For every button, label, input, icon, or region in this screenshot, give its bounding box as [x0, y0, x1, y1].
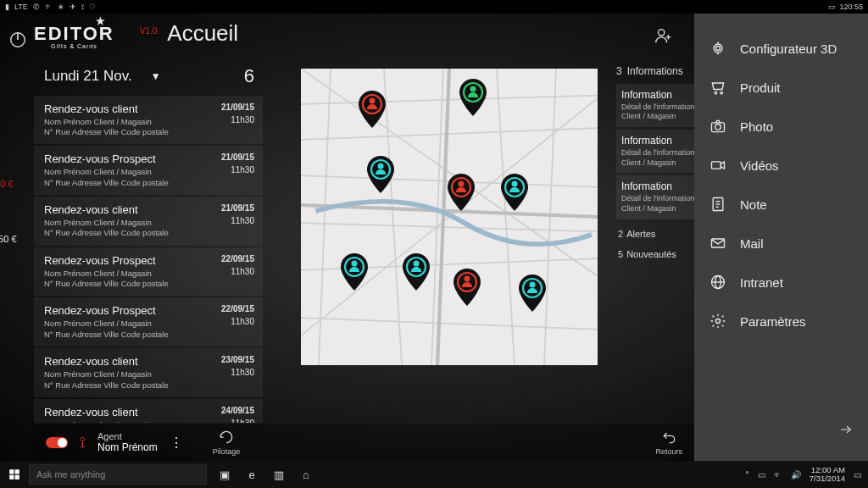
appt-date: 22/09/15: [221, 254, 254, 263]
svg-point-39: [714, 44, 722, 53]
drawer-label: Configurateur 3D: [740, 42, 837, 56]
appointment-item[interactable]: Rendez-vous ProspectNom Prénom Client / …: [34, 297, 263, 347]
note-icon: [709, 196, 726, 213]
appt-title: Rendez-vous client: [44, 203, 221, 216]
map-pin[interactable]: [358, 91, 387, 128]
svg-point-2: [659, 30, 665, 36]
tray-wifi-icon[interactable]: ᯤ: [774, 470, 782, 480]
taskview-icon[interactable]: ▣: [212, 461, 237, 488]
price-red: 000 €: [0, 179, 14, 189]
map-streets: [301, 69, 598, 365]
notifications-icon[interactable]: ▭: [854, 470, 861, 480]
svg-rect-57: [9, 475, 14, 480]
svg-point-28: [458, 180, 464, 186]
appointment-item[interactable]: Rendez-vous clientNom Prénom Client / Ma…: [34, 348, 263, 397]
tray-up-icon[interactable]: ˄: [745, 470, 749, 480]
explorer-icon[interactable]: ▥: [266, 461, 292, 488]
map-pin[interactable]: [340, 253, 369, 291]
appointment-item[interactable]: Rendez-vous clientNom Prénom Client / Ma…: [34, 96, 263, 145]
taskbar-clock[interactable]: 12:00 AM 7/31/2014: [810, 466, 845, 484]
info-column: 3Informations InformationDétail de l'inf…: [613, 58, 694, 423]
appt-address: N° Rue Adresse Ville Code postale: [44, 178, 221, 188]
map-pin[interactable]: [447, 174, 476, 211]
brand-logo[interactable]: ★EDITOR Gifts & Cards: [34, 23, 114, 49]
windows-taskbar: Ask me anything ▣ e ▥ ⌂ ˄ ▭ ᯤ 🔊 12:00 AM…: [0, 461, 868, 488]
info-header: 3Informations: [616, 65, 694, 77]
svg-point-40: [716, 47, 721, 51]
map-pin[interactable]: [500, 174, 529, 211]
appt-address: N° Rue Adresse Ville Code postale: [44, 380, 221, 391]
appointment-item[interactable]: Rendez-vous clientNom Prénom Client / Ma…: [34, 197, 263, 246]
drawer-item-globe[interactable]: Intranet: [694, 263, 868, 302]
svg-point-32: [351, 261, 357, 267]
battery-icon: ▭: [828, 3, 836, 11]
agent-block[interactable]: Agent Nom Prénom: [97, 431, 158, 453]
pilotage-label: Pilotage: [213, 447, 241, 456]
agent-label: Agent: [97, 431, 158, 441]
appointments-column: Lundi 21 Nov. ▼ 6 Rendez-vous clientNom …: [34, 58, 263, 423]
appt-client: Nom Prénom Client / Magasin: [44, 117, 221, 127]
appointment-item[interactable]: Rendez-vous ProspectNom Prénom Client / …: [34, 146, 263, 195]
alerts-header[interactable]: 2Alertes: [616, 222, 694, 242]
power-button[interactable]: [8, 30, 27, 49]
appt-title: Rendez-vous client: [44, 406, 221, 419]
info-line: Client / Magasin: [621, 112, 689, 122]
price-grey: 750 €: [0, 234, 17, 244]
drawer-item-gear[interactable]: Paramètres: [694, 302, 868, 341]
drawer-item-camera[interactable]: Photo: [694, 107, 868, 146]
pin-drawer-button[interactable]: [826, 413, 868, 446]
map-pin[interactable]: [402, 253, 431, 291]
appt-date: 22/09/15: [221, 304, 254, 313]
pilotage-button[interactable]: Pilotage: [213, 429, 241, 456]
appointment-item[interactable]: Rendez-vous ProspectNom Prénom Client / …: [34, 247, 263, 297]
map-pin[interactable]: [453, 269, 481, 306]
more-icon[interactable]: ⋮: [170, 435, 182, 451]
cam3d-icon: [709, 40, 726, 57]
info-card[interactable]: InformationDétail de l'informationClient…: [616, 130, 694, 173]
info-line: Client / Magasin: [621, 158, 689, 169]
appointment-list[interactable]: Rendez-vous clientNom Prénom Client / Ma…: [34, 96, 263, 423]
appt-time: 11h30: [221, 115, 254, 125]
map-pin[interactable]: [459, 79, 487, 116]
tray-battery-icon[interactable]: ▭: [758, 470, 765, 480]
start-button[interactable]: [0, 469, 29, 480]
info-card[interactable]: InformationDétail de l'informationClient…: [616, 175, 694, 219]
drawer-item-note[interactable]: Note: [694, 185, 868, 224]
edge-icon[interactable]: e: [239, 461, 264, 488]
add-user-button[interactable]: [654, 26, 672, 45]
svg-rect-50: [712, 239, 725, 247]
clock-date: 7/31/2014: [810, 474, 845, 483]
appointment-item[interactable]: Rendez-vous clientNom Prénom Client / Ma…: [34, 399, 263, 423]
store-icon[interactable]: ⌂: [293, 461, 319, 488]
map-pin[interactable]: [366, 156, 395, 193]
svg-rect-55: [9, 469, 14, 474]
tray-volume-icon[interactable]: 🔊: [791, 470, 801, 480]
drawer-label: Vidéos: [740, 158, 779, 173]
date-picker[interactable]: Lundi 21 Nov. ▼ 6: [34, 58, 263, 96]
drawer-item-mail[interactable]: Mail: [694, 224, 868, 263]
record-toggle[interactable]: [46, 437, 68, 448]
svg-point-41: [715, 92, 717, 94]
map-column: [263, 58, 613, 423]
info-title: Information: [621, 135, 689, 147]
map[interactable]: [301, 69, 598, 365]
drawer-item-cart[interactable]: Produit: [694, 68, 868, 107]
back-button[interactable]: Retours: [655, 429, 682, 456]
appt-client: Nom Prénom Client / Magasin: [44, 269, 221, 279]
svg-rect-58: [15, 475, 19, 480]
info-line: Détail de l'information: [621, 194, 689, 204]
drawer-item-video[interactable]: Vidéos: [694, 146, 868, 185]
svg-point-36: [464, 275, 470, 281]
appt-address: N° Rue Adresse Ville Code postale: [44, 228, 221, 238]
appt-time: 11h30: [221, 317, 254, 326]
app-window: 000 € 750 € ★EDITOR Gifts & Cards V1.0 A…: [0, 14, 868, 461]
info-line: Détail de l'information: [621, 148, 689, 158]
map-pin[interactable]: [518, 274, 547, 312]
drawer-item-cam3d[interactable]: Configurateur 3D: [694, 29, 868, 68]
appt-client: Nom Prénom Client / Magasin: [44, 167, 221, 177]
appt-time: 11h30: [221, 368, 254, 377]
bookmark-icon[interactable]: ⟟: [80, 434, 86, 452]
taskbar-search[interactable]: Ask me anything: [29, 464, 207, 485]
news-header[interactable]: 5Nouveautés: [616, 242, 694, 263]
info-card[interactable]: InformationDétail de l'informationClient…: [616, 84, 694, 127]
